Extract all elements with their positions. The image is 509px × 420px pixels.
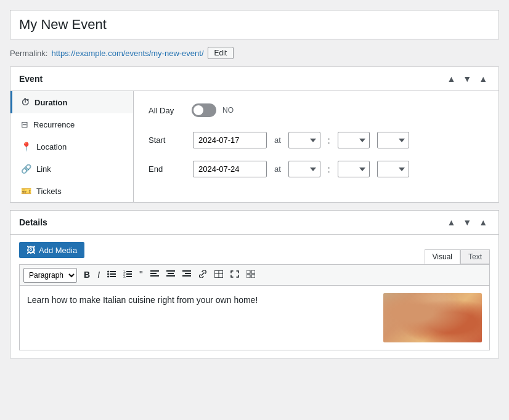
svg-rect-20 (182, 270, 191, 272)
align-left-icon (150, 270, 159, 278)
start-row: Start at : (149, 132, 484, 148)
svg-rect-17 (168, 273, 174, 274)
editor-text-content[interactable]: Learn how to make Italian cuisine right … (27, 293, 376, 307)
end-time-colon: : (328, 164, 330, 174)
align-center-icon (166, 270, 175, 278)
fullscreen-icon (230, 270, 239, 278)
sidebar-item-recurrence[interactable]: ⊟ Recurrence (10, 113, 133, 135)
recurrence-icon: ⊟ (21, 119, 28, 129)
event-title-input[interactable] (19, 17, 490, 33)
align-center-button[interactable] (163, 268, 178, 282)
svg-rect-7 (126, 271, 132, 272)
event-panel-controls: ▲ ▼ ▲ (444, 73, 490, 84)
svg-rect-22 (182, 275, 191, 277)
sidebar-item-duration-label: Duration (35, 98, 67, 107)
svg-rect-27 (246, 270, 250, 273)
svg-rect-12 (150, 270, 159, 272)
event-panel-up-button[interactable]: ▲ (444, 73, 458, 84)
svg-point-4 (107, 276, 109, 278)
svg-rect-3 (110, 273, 116, 275)
link-icon: 🔗 (21, 164, 31, 174)
bold-button[interactable]: B (81, 268, 93, 282)
event-sidebar: ⏱ Duration ⊟ Recurrence 📍 Location 🔗 Lin… (10, 91, 134, 202)
ol-icon: 1.2.3. (123, 270, 132, 278)
end-minute-select[interactable] (338, 161, 370, 177)
svg-rect-9 (126, 273, 132, 275)
sidebar-item-link[interactable]: 🔗 Link (10, 158, 133, 180)
italic-button[interactable]: I (94, 268, 103, 282)
details-panel-title: Details (19, 217, 47, 227)
ordered-list-button[interactable]: 1.2.3. (120, 268, 135, 282)
start-at-label: at (274, 135, 281, 145)
editor-content-image (383, 293, 482, 342)
tickets-icon: 🎫 (21, 186, 31, 196)
event-panel: Event ▲ ▼ ▲ ⏱ Duration ⊟ Recurrence 📍 Lo… (10, 67, 499, 203)
details-panel-down-button[interactable]: ▼ (460, 217, 474, 228)
svg-rect-18 (166, 275, 175, 277)
end-date-input[interactable] (193, 161, 267, 177)
location-icon: 📍 (21, 142, 31, 151)
event-panel-title: Event (19, 74, 43, 84)
tab-text[interactable]: Text (460, 249, 490, 264)
unordered-list-button[interactable] (104, 268, 119, 282)
kitchen-sink-button[interactable] (243, 268, 258, 282)
ul-icon (107, 270, 116, 278)
sidebar-item-tickets-label: Tickets (36, 187, 62, 196)
blockquote-button[interactable]: " (136, 267, 146, 283)
sidebar-item-location[interactable]: 📍 Location (10, 135, 133, 158)
allday-state-label: NO (222, 106, 234, 115)
allday-toggle[interactable] (192, 103, 216, 117)
svg-rect-30 (251, 275, 255, 278)
title-area (10, 10, 499, 39)
permalink-url[interactable]: https://example.com/events/my-new-event/ (51, 49, 203, 58)
sidebar-item-duration[interactable]: ⏱ Duration (10, 91, 133, 113)
svg-rect-16 (166, 270, 175, 272)
editor-tabs: Visual Text (425, 249, 490, 264)
svg-rect-11 (126, 276, 132, 277)
align-right-icon (182, 270, 191, 278)
svg-rect-13 (150, 273, 157, 274)
end-row: End at : (149, 161, 484, 177)
svg-rect-5 (110, 276, 116, 277)
fullscreen-button[interactable] (227, 268, 242, 282)
details-panel: Details ▲ ▼ ▲ 🖼 Add Media Visual Text Pa… (10, 210, 499, 358)
start-hour-select[interactable] (288, 132, 320, 148)
sidebar-item-tickets[interactable]: 🎫 Tickets (10, 180, 133, 202)
tab-visual[interactable]: Visual (425, 249, 460, 264)
end-ampm-select[interactable] (377, 161, 409, 177)
start-time-colon: : (328, 135, 330, 145)
toggle-thumb (193, 105, 203, 115)
svg-point-0 (107, 271, 109, 273)
start-ampm-select[interactable] (377, 132, 409, 148)
table-button[interactable] (211, 268, 226, 282)
event-panel-collapse-button[interactable]: ▲ (476, 73, 490, 84)
end-label: End (149, 164, 185, 174)
end-hour-select[interactable] (288, 161, 320, 177)
align-left-button[interactable] (147, 268, 162, 282)
permalink-bar: Permalink: https://example.com/events/my… (10, 47, 499, 59)
add-media-button[interactable]: 🖼 Add Media (19, 242, 84, 258)
details-panel-collapse-button[interactable]: ▲ (476, 217, 490, 228)
start-label: Start (149, 135, 185, 145)
duration-content: All Day NO Start at : (134, 91, 499, 202)
event-panel-down-button[interactable]: ▼ (460, 73, 474, 84)
permalink-edit-button[interactable]: Edit (208, 47, 234, 59)
details-panel-body: 🖼 Add Media Visual Text Paragraph B I 1.… (10, 235, 499, 358)
paragraph-format-select[interactable]: Paragraph (23, 268, 77, 283)
add-media-label: Add Media (39, 246, 77, 255)
svg-rect-29 (246, 275, 250, 278)
svg-rect-14 (150, 275, 159, 277)
svg-rect-21 (185, 273, 191, 274)
sidebar-item-recurrence-label: Recurrence (33, 120, 75, 129)
sidebar-item-location-label: Location (36, 142, 67, 151)
details-panel-up-button[interactable]: ▲ (444, 217, 458, 228)
link-toolbar-icon (198, 270, 207, 278)
editor-content-area[interactable]: Learn how to make Italian cuisine right … (19, 285, 490, 350)
start-minute-select[interactable] (338, 132, 370, 148)
link-button[interactable] (195, 268, 210, 282)
editor-toolbar: Paragraph B I 1.2.3. " (19, 264, 490, 285)
svg-point-2 (107, 273, 109, 275)
align-right-button[interactable] (179, 268, 194, 282)
start-date-input[interactable] (193, 132, 267, 148)
svg-rect-1 (110, 271, 116, 272)
